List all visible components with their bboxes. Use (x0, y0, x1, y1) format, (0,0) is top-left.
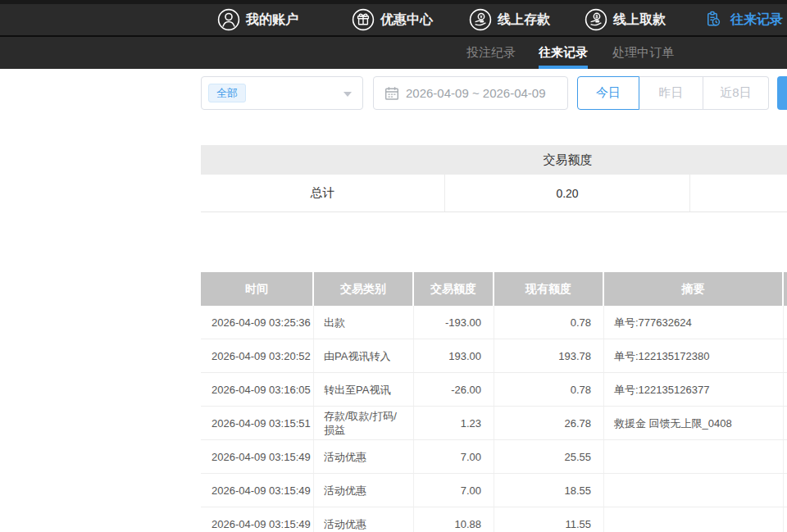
row-spacer-cell (784, 440, 787, 473)
active-tab-underline (539, 66, 588, 69)
time-cell: 2026-04-09 03:15:51 (201, 407, 314, 439)
amount-value: 7.00 (461, 484, 481, 498)
time-cell: 2026-04-09 03:15:49 (201, 440, 314, 473)
type-value: 存款/取款/打码/损益 (324, 409, 407, 437)
quick-button-today[interactable]: 今日 (577, 76, 639, 110)
type-cell: 出款 (314, 306, 414, 339)
top-navigation-bar: 我的账户优惠中心线上存款线上取款往来记录 (0, 4, 787, 35)
summary-total-row: 总计 0.20 (201, 175, 787, 212)
records-tab-bar: 投注纪录往来记录处理中订单 (0, 35, 787, 69)
summary-value: 救援金 回馈无上限_0408 (614, 416, 732, 430)
summary-total-value: 0.20 (445, 175, 690, 211)
transactions-table-header: 时间交易类别交易额度现有额度摘要 (201, 272, 787, 306)
summary-value: 单号:122135126377 (614, 383, 709, 397)
quick-button-label: 昨日 (659, 85, 684, 101)
summary-cell: 单号:122135172380 (604, 339, 784, 372)
summary-table: 交易额度 总计 0.20 (201, 145, 787, 212)
tab-processing-orders[interactable]: 处理中订单 (612, 37, 674, 69)
date-range-value: 2026-04-09 ~ 2026-04-09 (406, 86, 546, 100)
type-cell: 转出至PA视讯 (314, 373, 414, 406)
balance-cell: 0.78 (494, 306, 604, 339)
amount-cell: 7.00 (414, 440, 494, 473)
topnav-item-label: 线上取款 (613, 11, 666, 29)
tab-label: 投注纪录 (466, 45, 516, 61)
time-value: 2026-04-09 03:20:52 (212, 349, 311, 363)
summary-value: 单号:777632624 (614, 316, 692, 330)
row-spacer-cell (784, 306, 787, 339)
amount-value: 1.23 (461, 416, 481, 430)
type-cell: 活动优惠 (314, 440, 414, 473)
tab-label: 处理中订单 (612, 45, 674, 61)
table-row: 2026-04-09 03:15:49活动优惠7.0018.55 (201, 474, 787, 507)
balance-value: 26.78 (564, 416, 591, 430)
quick-date-button-group: 今日昨日近8日 (577, 76, 769, 110)
balance-value: 18.55 (564, 484, 591, 498)
transactions-table-body: 2026-04-09 03:25:36出款-193.000.78单号:77763… (201, 306, 787, 532)
type-value: 活动优惠 (324, 484, 366, 498)
type-cell: 存款/取款/打码/损益 (314, 407, 414, 439)
balance-value: 0.78 (571, 383, 591, 397)
type-cell: 活动优惠 (314, 474, 414, 507)
topnav-item-my-account[interactable]: 我的账户 (217, 5, 298, 34)
balance-value: 193.78 (558, 349, 591, 363)
column-header-time: 时间 (201, 272, 314, 306)
row-spacer-cell (784, 373, 787, 406)
summary-cell (604, 507, 784, 532)
topnav-item-transaction-records[interactable]: 往来记录 (702, 5, 783, 34)
summary-cell: 单号:122135126377 (604, 373, 784, 406)
balance-cell: 11.55 (494, 507, 604, 532)
calendar-icon (384, 86, 399, 101)
time-value: 2026-04-09 03:15:49 (212, 484, 311, 498)
balance-value: 25.55 (564, 450, 591, 464)
table-row: 2026-04-09 03:16:05转出至PA视讯-26.000.78单号:1… (201, 373, 787, 407)
balance-cell: 26.78 (494, 407, 604, 439)
time-value: 2026-04-09 03:15:49 (212, 517, 311, 531)
column-header-balance: 现有额度 (494, 272, 604, 306)
time-value: 2026-04-09 03:15:51 (212, 416, 311, 430)
row-spacer-cell (784, 339, 787, 372)
table-row: 2026-04-09 03:20:52由PA视讯转入193.00193.78单号… (201, 339, 787, 373)
table-row: 2026-04-09 03:15:49活动优惠7.0025.55 (201, 440, 787, 474)
topnav-item-online-deposit[interactable]: 线上存款 (469, 5, 550, 34)
summary-cell: 单号:777632624 (604, 306, 784, 339)
table-row: 2026-04-09 03:15:49活动优惠10.8811.55 (201, 507, 787, 532)
type-value: 转出至PA视讯 (324, 383, 390, 397)
time-value: 2026-04-09 03:15:49 (212, 450, 311, 464)
search-button[interactable] (777, 76, 787, 110)
row-spacer-cell (784, 407, 787, 439)
date-range-picker[interactable]: 2026-04-09 ~ 2026-04-09 (373, 76, 568, 110)
tab-bet-records[interactable]: 投注纪录 (466, 37, 516, 69)
topnav-item-online-withdrawal[interactable]: 线上取款 (585, 5, 666, 34)
amount-value: -26.00 (451, 383, 481, 397)
type-value: 由PA视讯转入 (324, 349, 390, 363)
summary-cell: 救援金 回馈无上限_0408 (604, 407, 784, 439)
quick-button-last-8-days[interactable]: 近8日 (703, 76, 769, 110)
summary-total-label: 总计 (201, 175, 445, 211)
time-cell: 2026-04-09 03:16:05 (201, 373, 314, 406)
type-cell: 活动优惠 (314, 507, 414, 532)
records-icon (702, 8, 725, 31)
transaction-type-select[interactable]: 全部 (201, 76, 363, 110)
type-value: 出款 (324, 316, 345, 330)
deposit-icon (469, 8, 492, 31)
topnav-item-label: 往来记录 (730, 11, 783, 29)
amount-value: -193.00 (445, 316, 481, 330)
tab-transaction-records[interactable]: 往来记录 (539, 37, 588, 69)
balance-cell: 18.55 (494, 474, 604, 507)
table-row: 2026-04-09 03:15:51存款/取款/打码/损益1.2326.78救… (201, 407, 787, 440)
time-value: 2026-04-09 03:16:05 (212, 383, 311, 397)
time-value: 2026-04-09 03:25:36 (212, 316, 311, 330)
type-cell: 由PA视讯转入 (314, 339, 414, 372)
quick-button-yesterday[interactable]: 昨日 (639, 76, 703, 110)
type-value: 活动优惠 (324, 450, 366, 464)
amount-cell: 193.00 (414, 339, 494, 372)
column-header-summary: 摘要 (604, 272, 784, 306)
summary-cell (604, 474, 784, 507)
quick-button-label: 近8日 (720, 85, 751, 101)
row-spacer-cell (784, 474, 787, 507)
time-cell: 2026-04-09 03:25:36 (201, 306, 314, 339)
time-cell: 2026-04-09 03:15:49 (201, 507, 314, 532)
topnav-item-promo-center[interactable]: 优惠中心 (352, 5, 433, 34)
type-value: 活动优惠 (324, 517, 366, 531)
column-header-next-cut (784, 272, 787, 306)
